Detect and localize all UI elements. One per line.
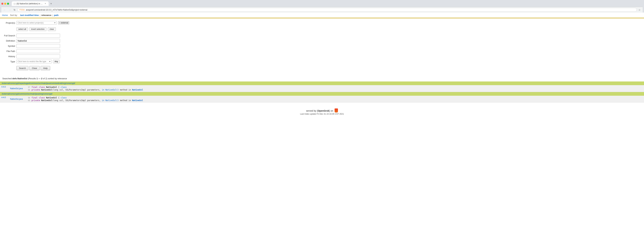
divider1: |: [40, 14, 40, 16]
result-path-2[interactable]: /external/conscrypt/common/src/main/java…: [0, 92, 644, 96]
new-tab-button[interactable]: +: [49, 2, 53, 6]
sort-by-relevance-active: relevance: [41, 14, 51, 16]
tab-favicon-icon: { }: [14, 3, 16, 5]
code-content: private NativeSsl(long ssl, SSLParameter…: [32, 99, 143, 102]
line-number: 57: [25, 86, 30, 88]
code-lines-2: 56 final class NativeSsl { class 65 priv…: [25, 96, 644, 102]
type-label: Type: [3, 60, 15, 63]
minimize-window-button[interactable]: [4, 3, 6, 5]
search-query: defs:NativeSsl: [12, 77, 27, 80]
definition-label: Definition: [3, 40, 15, 42]
back-button[interactable]: ←: [3, 8, 7, 12]
symbol-input[interactable]: [16, 44, 60, 48]
result-file-row-1a: H A D NativeSsl.java 57 final class Nati…: [0, 85, 644, 92]
sort-by-path-link[interactable]: path: [54, 14, 58, 16]
footer-last-index: Last Index update Fri Dec 31 22:16:45 CS…: [3, 113, 641, 115]
tab-title: {0} NativeSsl (definition) in project ..…: [16, 2, 43, 5]
security-warning-label: 不安全: [19, 8, 25, 11]
type-row: Type Click here to restrict the file typ…: [3, 60, 641, 63]
code-line-1-57: 57 final class NativeSsl { class: [25, 86, 644, 88]
search-result-summary: Searched defs:NativeSsl (Results 1 — 2 o…: [0, 76, 644, 82]
sort-label: Sort by:: [9, 14, 18, 16]
file-path-label: File Path: [3, 50, 15, 52]
clear-selection-button[interactable]: clear: [48, 27, 56, 31]
had-links-1: H A D: [0, 86, 10, 88]
history-link-1[interactable]: H: [1, 86, 3, 88]
selection-row: select all invert selection clear: [16, 27, 641, 31]
line-number: 66: [25, 89, 30, 91]
symbol-row: Symbol: [3, 44, 641, 48]
full-search-label: Full Search: [3, 34, 15, 37]
history-input[interactable]: [16, 54, 60, 58]
tab-bar: { } {0} NativeSsl (definition) in projec…: [12, 1, 53, 6]
code-line-2-56: 56 final class NativeSsl { class: [25, 96, 644, 99]
help-button[interactable]: Help: [40, 66, 50, 70]
nav-icons: ☆: [638, 8, 641, 12]
result-file-row-2a: H A D NativeSsl.java 56 final class Nati…: [0, 96, 644, 102]
full-search-input[interactable]: [16, 34, 60, 38]
diff-link-1[interactable]: D: [4, 86, 6, 88]
maximize-window-button[interactable]: [7, 3, 9, 5]
type-select[interactable]: Click here to restrict the file type: [16, 60, 52, 63]
code-line-1-66: 66 private NativeSsl(long ssl, SSLParame…: [25, 88, 644, 91]
nav-bar: ← → ↻ 不安全 aospxref.com/android-10.0.0_r4…: [1, 7, 643, 12]
sort-by-modified-time-link[interactable]: last modified time: [20, 14, 39, 16]
page-content: Home Sort by: last modified time | relev…: [0, 12, 644, 230]
invert-selection-button[interactable]: invert selection: [29, 27, 46, 31]
history-label: History: [3, 55, 15, 58]
file-link-2[interactable]: NativeSsl.java: [10, 98, 25, 100]
remove-project-button[interactable]: ×: [59, 22, 60, 24]
divider2: |: [52, 14, 53, 16]
annotate-link-2[interactable]: A: [3, 96, 4, 98]
reload-button[interactable]: ↻: [13, 8, 16, 12]
traffic-lights: [1, 3, 9, 5]
address-text[interactable]: aospxref.com/android-10.0.0_r47/s?defs=N…: [26, 9, 635, 11]
history-row: History: [3, 54, 641, 58]
footer: served by {OpenGrok} on Last Index updat…: [0, 102, 644, 118]
symbol-label: Symbol: [3, 45, 15, 47]
footer-brand: served by {OpenGrok} on: [3, 108, 641, 112]
project-select[interactable]: Click here to select project(s): [16, 21, 57, 25]
code-content: final class NativeSsl { class: [32, 96, 67, 99]
titlebar: { } {0} NativeSsl (definition) in projec…: [1, 1, 643, 6]
diff-link-2[interactable]: D: [4, 96, 6, 98]
address-bar[interactable]: 不安全 aospxref.com/android-10.0.0_r47/s?de…: [18, 8, 637, 12]
select-all-button[interactable]: select all: [16, 27, 28, 31]
browser-chrome: { } {0} NativeSsl (definition) in projec…: [0, 0, 644, 12]
close-window-button[interactable]: [1, 3, 3, 5]
search-form: Project(s) Click here to select project(…: [0, 18, 644, 76]
definition-row: Definition: [3, 39, 641, 43]
annotate-link-1[interactable]: A: [3, 86, 4, 88]
result-path-1[interactable]: /external/conscrypt/repackaged/common/sr…: [0, 82, 644, 85]
code-line-2-65: 65 private NativeSsl(long ssl, SSLParame…: [25, 99, 644, 102]
footer-on-label: on: [330, 110, 333, 112]
code-content: private NativeSsl(long ssl, SSLParameter…: [32, 89, 143, 91]
clear-button[interactable]: Clear: [29, 66, 40, 70]
history-link-2[interactable]: H: [1, 96, 3, 98]
any-button[interactable]: Any: [53, 60, 60, 63]
result-range: 1 — 2: [36, 77, 42, 80]
line-number: 56: [25, 97, 30, 99]
code-content: final class NativeSsl { class: [32, 86, 67, 88]
file-path-input[interactable]: [16, 49, 60, 53]
action-row: Search Clear Help: [16, 66, 641, 70]
line-number: 65: [25, 100, 30, 102]
project-label: Project(s): [3, 22, 15, 24]
search-button[interactable]: Search: [16, 66, 28, 70]
full-search-row: Full Search: [3, 34, 641, 38]
bookmark-button[interactable]: ☆: [638, 8, 641, 12]
active-tab[interactable]: { } {0} NativeSsl (definition) in projec…: [12, 1, 49, 6]
footer-brand-close: }: [329, 110, 330, 112]
result-group-2: /external/conscrypt/common/src/main/java…: [0, 92, 644, 102]
file-link-1[interactable]: NativeSsl.java: [10, 87, 25, 90]
home-link[interactable]: Home: [2, 14, 8, 16]
footer-served-by: served by: [306, 110, 316, 112]
definition-input[interactable]: [16, 39, 60, 43]
file-path-row: File Path: [3, 49, 641, 53]
project-row: Project(s) Click here to select project(…: [3, 21, 641, 25]
tab-close-button[interactable]: ✕: [44, 2, 46, 5]
had-links-2: H A D: [0, 96, 10, 98]
forward-button[interactable]: →: [8, 8, 12, 12]
project-tag-external: × external: [58, 21, 69, 24]
result-group-1: /external/conscrypt/repackaged/common/sr…: [0, 82, 644, 92]
